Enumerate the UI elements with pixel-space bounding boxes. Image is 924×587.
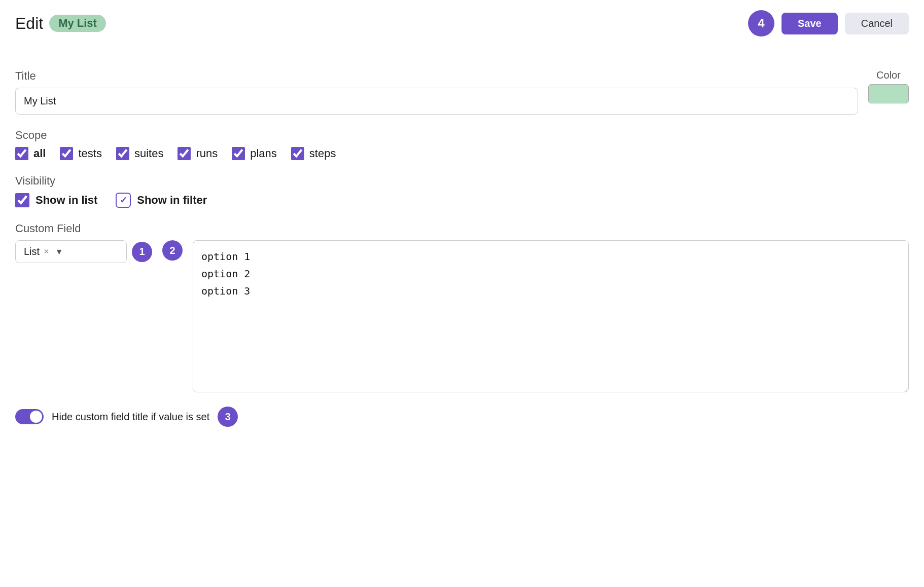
- scope-runs-item[interactable]: runs: [177, 147, 218, 160]
- scope-checkboxes-row: all tests suites runs plans steps: [15, 147, 909, 160]
- scope-section: Scope all tests suites runs plans: [15, 129, 909, 160]
- scope-plans-label: plans: [250, 147, 277, 160]
- scope-all-checkbox[interactable]: [15, 147, 28, 160]
- visibility-label: Visibility: [15, 174, 909, 188]
- scope-steps-item[interactable]: steps: [291, 147, 336, 160]
- toggle-section: Hide custom field title if value is set …: [15, 407, 909, 427]
- scope-steps-label: steps: [309, 147, 336, 160]
- custom-field-select-wrapper: List × ▼ 1: [15, 240, 152, 263]
- title-label: Title: [15, 69, 858, 83]
- scope-tests-item[interactable]: tests: [60, 147, 101, 160]
- options-badge-2: 2: [162, 240, 183, 261]
- show-in-filter-label: Show in filter: [137, 194, 207, 207]
- select-clear-icon[interactable]: ×: [44, 246, 49, 257]
- select-value: List: [24, 246, 40, 258]
- save-button[interactable]: Save: [781, 13, 838, 34]
- toggle-switch[interactable]: [15, 409, 44, 424]
- show-in-list-label: Show in list: [35, 194, 97, 207]
- custom-field-row: List × ▼ 1 2 option 1 option 2 option 3: [15, 240, 909, 392]
- custom-field-section: Custom Field List × ▼ 1 2 option 1 optio…: [15, 222, 909, 392]
- color-swatch[interactable]: [868, 84, 909, 103]
- color-label: Color: [876, 69, 901, 81]
- title-section: Title Color: [15, 69, 909, 115]
- edit-label: Edit: [15, 14, 43, 33]
- header-right: 4 Save Cancel: [748, 10, 909, 36]
- visibility-section: Visibility Show in list Show in filter: [15, 174, 909, 208]
- scope-plans-checkbox[interactable]: [232, 147, 245, 160]
- title-input[interactable]: [15, 88, 858, 115]
- cancel-button[interactable]: Cancel: [845, 13, 909, 34]
- header-divider: [15, 57, 909, 57]
- scope-suites-item[interactable]: suites: [116, 147, 163, 160]
- scope-runs-checkbox[interactable]: [177, 147, 191, 160]
- scope-runs-label: runs: [196, 147, 218, 160]
- show-in-list-checkbox[interactable]: [15, 193, 29, 207]
- color-section: Color: [868, 69, 909, 103]
- step-badge-4: 4: [748, 10, 774, 36]
- header: Edit My List 4 Save Cancel: [15, 10, 909, 42]
- scope-all-label: all: [33, 147, 46, 160]
- toggle-label: Hide custom field title if value is set: [52, 411, 209, 423]
- scope-suites-checkbox[interactable]: [116, 147, 129, 160]
- custom-field-select[interactable]: List × ▼: [15, 240, 127, 263]
- page-container: Edit My List 4 Save Cancel Title Color S…: [0, 0, 924, 587]
- custom-field-badge-1: 1: [132, 242, 152, 262]
- scope-tests-checkbox[interactable]: [60, 147, 73, 160]
- scope-plans-item[interactable]: plans: [232, 147, 277, 160]
- scope-tests-label: tests: [78, 147, 101, 160]
- show-in-filter-checkbox-custom[interactable]: [116, 193, 131, 208]
- title-field-wrapper: Title: [15, 69, 858, 115]
- scope-label: Scope: [15, 129, 909, 142]
- toggle-badge-3: 3: [218, 407, 238, 427]
- scope-all-item[interactable]: all: [15, 147, 46, 160]
- visibility-row: Show in list Show in filter: [15, 193, 909, 208]
- show-in-list-item[interactable]: Show in list: [15, 193, 97, 207]
- header-left: Edit My List: [15, 14, 106, 33]
- custom-field-label: Custom Field: [15, 222, 909, 235]
- list-badge: My List: [49, 15, 106, 32]
- select-arrow-icon[interactable]: ▼: [55, 247, 63, 256]
- scope-suites-label: suites: [134, 147, 163, 160]
- scope-steps-checkbox[interactable]: [291, 147, 304, 160]
- show-in-filter-item[interactable]: Show in filter: [116, 193, 207, 208]
- options-textarea[interactable]: option 1 option 2 option 3: [193, 240, 909, 392]
